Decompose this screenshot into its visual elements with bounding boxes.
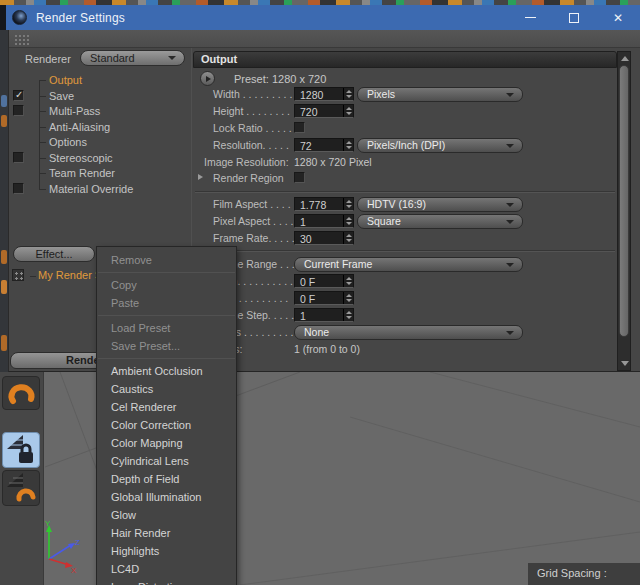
resolution-spinner[interactable] — [343, 139, 353, 151]
film-aspect-preset-dropdown[interactable]: HDTV (16:9) — [357, 197, 523, 212]
menu-separator — [98, 272, 235, 273]
scrollbar-thumb[interactable] — [619, 65, 629, 337]
width-input[interactable]: 1280 — [294, 87, 354, 101]
height-spinner[interactable] — [343, 105, 353, 117]
menu-item-caustics[interactable]: Caustics — [97, 380, 236, 398]
axis-y-label: Y — [45, 519, 51, 528]
image-resolution-value: 1280 x 720 Pixel — [294, 156, 372, 168]
frame-rate-row: Frame Rate. . . . . 30 — [9, 231, 631, 246]
width-row: Width . . . . . . . . . 1280 Pixels — [9, 87, 631, 102]
menu-item-glow[interactable]: Glow — [97, 506, 236, 524]
frame-step-spinner[interactable] — [343, 309, 353, 321]
height-input[interactable]: 720 — [294, 104, 354, 118]
menu-separator — [98, 315, 235, 316]
image-resolution-row: Image Resolution: 1280 x 720 Pixel — [9, 155, 631, 170]
menu-item-cylindrical-lens[interactable]: Cylindrical Lens — [97, 452, 236, 470]
fields-dropdown[interactable]: None — [294, 325, 523, 340]
minimize-button[interactable] — [508, 5, 552, 30]
scrollbar[interactable] — [617, 51, 631, 371]
resolution-unit-dropdown[interactable]: Pixels/Inch (DPI) — [357, 138, 523, 153]
sidebar-item-output[interactable]: Output — [9, 73, 189, 87]
menu-item-color-mapping[interactable]: Color Mapping — [97, 434, 236, 452]
frame-rate-input[interactable]: 30 — [294, 231, 354, 245]
render-region-row: Render Region — [9, 171, 631, 186]
render-region-checkbox[interactable] — [294, 172, 305, 183]
separator — [195, 250, 615, 252]
frame-rate-spinner[interactable] — [343, 232, 353, 244]
frame-step-input[interactable]: 1 — [294, 308, 354, 322]
menu-item-paste[interactable]: Paste — [97, 294, 236, 312]
chevron-down-icon — [506, 203, 514, 207]
tool-lock-axis-button[interactable] — [2, 432, 40, 468]
tool-workplane-button[interactable] — [2, 470, 40, 506]
to-spinner[interactable] — [343, 292, 353, 304]
close-button[interactable]: ✕ — [596, 5, 640, 30]
menu-item-hair-render[interactable]: Hair Render — [97, 524, 236, 542]
grid-spacing-label: Grid Spacing : — [537, 567, 607, 579]
play-triangle-icon — [206, 76, 211, 82]
menu-item-cel-renderer[interactable]: Cel Renderer — [97, 398, 236, 416]
drag-grip-icon[interactable] — [14, 34, 29, 45]
chevron-down-icon — [506, 263, 514, 267]
output-section-header: Output — [193, 51, 617, 68]
resolution-row: Resolution. . . . . 72 Pixels/Inch (DPI) — [9, 138, 631, 153]
maximize-button[interactable] — [552, 5, 596, 30]
background-icon-fragment — [1, 250, 7, 264]
lock-ratio-row: Lock Ratio . . . . . — [9, 121, 631, 136]
frame-range-dropdown[interactable]: Current Frame — [294, 257, 523, 272]
menu-item-color-correction[interactable]: Color Correction — [97, 416, 236, 434]
effect-context-menu: Remove Copy Paste Load Preset Save Prese… — [96, 246, 237, 585]
renderer-value: Standard — [90, 52, 135, 64]
background-icon-fragment — [1, 335, 7, 351]
renderer-label: Renderer — [25, 53, 71, 65]
menu-item-copy[interactable]: Copy — [97, 276, 236, 294]
renderer-dropdown[interactable]: Standard — [80, 50, 185, 66]
film-aspect-input[interactable]: 1.778 — [294, 197, 354, 211]
tool-rotate-ring-button[interactable] — [2, 376, 40, 410]
menu-item-ambient-occlusion[interactable]: Ambient Occlusion — [97, 362, 236, 380]
menu-item-depth-of-field[interactable]: Depth of Field — [97, 470, 236, 488]
chevron-down-icon — [506, 220, 514, 224]
axis-x-label: X — [71, 566, 77, 573]
pixel-aspect-spinner[interactable] — [343, 215, 353, 227]
separator — [195, 191, 615, 193]
width-spinner[interactable] — [343, 88, 353, 100]
pixel-aspect-preset-dropdown[interactable]: Square — [357, 214, 523, 229]
expander-triangle-icon[interactable] — [198, 174, 203, 180]
film-aspect-spinner[interactable] — [343, 198, 353, 210]
chevron-down-icon — [506, 93, 514, 97]
chevron-down-icon — [506, 331, 514, 335]
screen: Render Settings ✕ Y Z X — [0, 0, 640, 585]
pixel-aspect-input[interactable]: 1 — [294, 214, 354, 228]
from-input[interactable]: 0 F — [294, 274, 354, 288]
scroll-up-icon[interactable] — [621, 56, 629, 61]
menu-item-lc4d[interactable]: LC4D — [97, 560, 236, 578]
menu-item-save-preset[interactable]: Save Preset... — [97, 337, 236, 355]
menu-item-lens-distortion[interactable]: Lens Distortion — [97, 578, 236, 585]
menu-item-load-preset[interactable]: Load Preset — [97, 319, 236, 337]
close-icon: ✕ — [613, 12, 623, 24]
preset-value: Preset: 1280 x 720 — [234, 73, 326, 85]
background-icon-fragment — [1, 115, 7, 127]
menu-item-remove[interactable]: Remove — [97, 251, 236, 269]
window-title: Render Settings — [36, 11, 125, 25]
chevron-down-icon — [506, 144, 514, 148]
background-icon-fragment — [1, 280, 7, 294]
pixel-aspect-row: Pixel Aspect . . . . 1 Square — [9, 214, 631, 229]
viewport-mode-toolbar — [0, 372, 44, 585]
lock-ratio-checkbox[interactable] — [294, 122, 305, 133]
window-titlebar[interactable]: Render Settings ✕ — [0, 5, 640, 30]
to-input[interactable]: 0 F — [294, 291, 354, 305]
menu-item-global-illumination[interactable]: Global Illumination — [97, 488, 236, 506]
width-unit-dropdown[interactable]: Pixels — [357, 87, 523, 102]
menu-item-highlights[interactable]: Highlights — [97, 542, 236, 560]
preset-menu-button[interactable] — [200, 71, 215, 86]
chevron-down-icon — [168, 56, 176, 60]
axis-z-label: Z — [75, 538, 80, 547]
render-settings-icon — [12, 10, 27, 25]
grid-spacing-status: Grid Spacing : — [528, 563, 640, 585]
background-icon-fragment — [1, 95, 7, 107]
from-spinner[interactable] — [343, 275, 353, 287]
resolution-input[interactable]: 72 — [294, 138, 354, 152]
scroll-down-icon[interactable] — [621, 361, 629, 366]
